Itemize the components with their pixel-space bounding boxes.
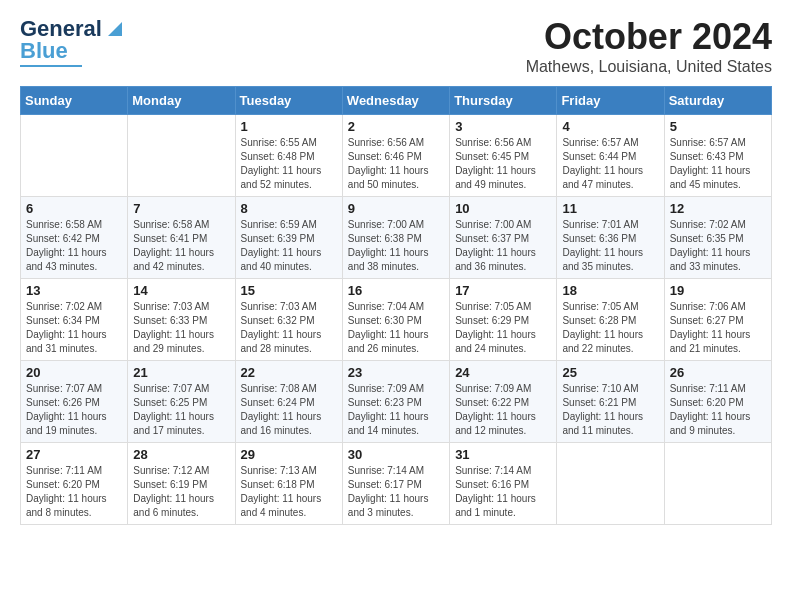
day-number: 18 [562,283,658,298]
title-area: October 2024 Mathews, Louisiana, United … [526,16,772,76]
calendar-cell: 8Sunrise: 6:59 AM Sunset: 6:39 PM Daylig… [235,197,342,279]
day-info: Sunrise: 6:55 AM Sunset: 6:48 PM Dayligh… [241,136,337,192]
calendar-cell: 30Sunrise: 7:14 AM Sunset: 6:17 PM Dayli… [342,443,449,525]
day-number: 26 [670,365,766,380]
day-info: Sunrise: 7:05 AM Sunset: 6:29 PM Dayligh… [455,300,551,356]
day-number: 29 [241,447,337,462]
day-number: 14 [133,283,229,298]
calendar-cell: 27Sunrise: 7:11 AM Sunset: 6:20 PM Dayli… [21,443,128,525]
day-info: Sunrise: 6:58 AM Sunset: 6:42 PM Dayligh… [26,218,122,274]
calendar-cell: 13Sunrise: 7:02 AM Sunset: 6:34 PM Dayli… [21,279,128,361]
day-info: Sunrise: 7:05 AM Sunset: 6:28 PM Dayligh… [562,300,658,356]
day-info: Sunrise: 7:04 AM Sunset: 6:30 PM Dayligh… [348,300,444,356]
location-title: Mathews, Louisiana, United States [526,58,772,76]
day-number: 15 [241,283,337,298]
day-number: 2 [348,119,444,134]
svg-marker-0 [108,22,122,36]
day-number: 12 [670,201,766,216]
day-info: Sunrise: 7:06 AM Sunset: 6:27 PM Dayligh… [670,300,766,356]
weekday-header-tuesday: Tuesday [235,87,342,115]
calendar-cell: 10Sunrise: 7:00 AM Sunset: 6:37 PM Dayli… [450,197,557,279]
week-row-1: 1Sunrise: 6:55 AM Sunset: 6:48 PM Daylig… [21,115,772,197]
weekday-header-thursday: Thursday [450,87,557,115]
day-info: Sunrise: 7:10 AM Sunset: 6:21 PM Dayligh… [562,382,658,438]
day-info: Sunrise: 7:11 AM Sunset: 6:20 PM Dayligh… [26,464,122,520]
logo-blue: Blue [20,38,68,64]
calendar-cell: 18Sunrise: 7:05 AM Sunset: 6:28 PM Dayli… [557,279,664,361]
calendar-cell: 19Sunrise: 7:06 AM Sunset: 6:27 PM Dayli… [664,279,771,361]
day-number: 31 [455,447,551,462]
day-number: 21 [133,365,229,380]
day-info: Sunrise: 7:08 AM Sunset: 6:24 PM Dayligh… [241,382,337,438]
weekday-header-friday: Friday [557,87,664,115]
day-number: 13 [26,283,122,298]
day-info: Sunrise: 7:13 AM Sunset: 6:18 PM Dayligh… [241,464,337,520]
weekday-header-wednesday: Wednesday [342,87,449,115]
logo: General Blue [20,16,126,67]
day-number: 16 [348,283,444,298]
week-row-3: 13Sunrise: 7:02 AM Sunset: 6:34 PM Dayli… [21,279,772,361]
week-row-5: 27Sunrise: 7:11 AM Sunset: 6:20 PM Dayli… [21,443,772,525]
calendar-cell: 26Sunrise: 7:11 AM Sunset: 6:20 PM Dayli… [664,361,771,443]
day-number: 5 [670,119,766,134]
month-title: October 2024 [526,16,772,58]
logo-underline [20,65,82,67]
week-row-2: 6Sunrise: 6:58 AM Sunset: 6:42 PM Daylig… [21,197,772,279]
calendar-cell: 21Sunrise: 7:07 AM Sunset: 6:25 PM Dayli… [128,361,235,443]
weekday-header-saturday: Saturday [664,87,771,115]
day-info: Sunrise: 7:07 AM Sunset: 6:26 PM Dayligh… [26,382,122,438]
week-row-4: 20Sunrise: 7:07 AM Sunset: 6:26 PM Dayli… [21,361,772,443]
calendar-cell: 1Sunrise: 6:55 AM Sunset: 6:48 PM Daylig… [235,115,342,197]
day-info: Sunrise: 7:03 AM Sunset: 6:32 PM Dayligh… [241,300,337,356]
day-number: 6 [26,201,122,216]
day-info: Sunrise: 6:58 AM Sunset: 6:41 PM Dayligh… [133,218,229,274]
calendar-cell: 17Sunrise: 7:05 AM Sunset: 6:29 PM Dayli… [450,279,557,361]
calendar-cell: 4Sunrise: 6:57 AM Sunset: 6:44 PM Daylig… [557,115,664,197]
weekday-header-row: SundayMondayTuesdayWednesdayThursdayFrid… [21,87,772,115]
weekday-header-monday: Monday [128,87,235,115]
calendar-cell: 6Sunrise: 6:58 AM Sunset: 6:42 PM Daylig… [21,197,128,279]
calendar-cell [21,115,128,197]
day-info: Sunrise: 6:56 AM Sunset: 6:45 PM Dayligh… [455,136,551,192]
day-info: Sunrise: 7:02 AM Sunset: 6:35 PM Dayligh… [670,218,766,274]
calendar-table: SundayMondayTuesdayWednesdayThursdayFrid… [20,86,772,525]
day-number: 7 [133,201,229,216]
day-info: Sunrise: 7:14 AM Sunset: 6:17 PM Dayligh… [348,464,444,520]
calendar-cell: 16Sunrise: 7:04 AM Sunset: 6:30 PM Dayli… [342,279,449,361]
calendar-cell: 14Sunrise: 7:03 AM Sunset: 6:33 PM Dayli… [128,279,235,361]
day-info: Sunrise: 7:09 AM Sunset: 6:23 PM Dayligh… [348,382,444,438]
day-info: Sunrise: 7:03 AM Sunset: 6:33 PM Dayligh… [133,300,229,356]
day-info: Sunrise: 6:59 AM Sunset: 6:39 PM Dayligh… [241,218,337,274]
calendar-cell: 28Sunrise: 7:12 AM Sunset: 6:19 PM Dayli… [128,443,235,525]
calendar-cell [664,443,771,525]
day-number: 27 [26,447,122,462]
calendar-cell: 24Sunrise: 7:09 AM Sunset: 6:22 PM Dayli… [450,361,557,443]
page-header: General Blue October 2024 Mathews, Louis… [20,16,772,76]
day-info: Sunrise: 6:57 AM Sunset: 6:44 PM Dayligh… [562,136,658,192]
weekday-header-sunday: Sunday [21,87,128,115]
calendar-cell: 3Sunrise: 6:56 AM Sunset: 6:45 PM Daylig… [450,115,557,197]
day-number: 19 [670,283,766,298]
day-number: 3 [455,119,551,134]
calendar-cell: 5Sunrise: 6:57 AM Sunset: 6:43 PM Daylig… [664,115,771,197]
day-info: Sunrise: 7:00 AM Sunset: 6:37 PM Dayligh… [455,218,551,274]
day-number: 4 [562,119,658,134]
day-number: 9 [348,201,444,216]
day-info: Sunrise: 7:01 AM Sunset: 6:36 PM Dayligh… [562,218,658,274]
day-number: 23 [348,365,444,380]
calendar-cell: 29Sunrise: 7:13 AM Sunset: 6:18 PM Dayli… [235,443,342,525]
day-number: 22 [241,365,337,380]
day-info: Sunrise: 6:56 AM Sunset: 6:46 PM Dayligh… [348,136,444,192]
calendar-cell: 7Sunrise: 6:58 AM Sunset: 6:41 PM Daylig… [128,197,235,279]
calendar-cell: 11Sunrise: 7:01 AM Sunset: 6:36 PM Dayli… [557,197,664,279]
calendar-cell: 15Sunrise: 7:03 AM Sunset: 6:32 PM Dayli… [235,279,342,361]
calendar-cell: 20Sunrise: 7:07 AM Sunset: 6:26 PM Dayli… [21,361,128,443]
day-info: Sunrise: 7:09 AM Sunset: 6:22 PM Dayligh… [455,382,551,438]
calendar-cell: 9Sunrise: 7:00 AM Sunset: 6:38 PM Daylig… [342,197,449,279]
logo-triangle-icon [104,18,126,40]
day-number: 8 [241,201,337,216]
day-info: Sunrise: 6:57 AM Sunset: 6:43 PM Dayligh… [670,136,766,192]
day-info: Sunrise: 7:07 AM Sunset: 6:25 PM Dayligh… [133,382,229,438]
calendar-cell [128,115,235,197]
day-number: 30 [348,447,444,462]
